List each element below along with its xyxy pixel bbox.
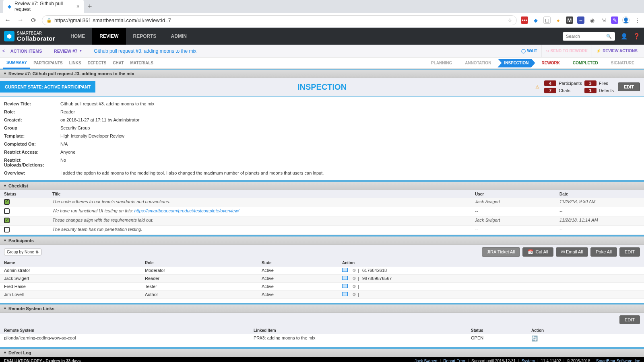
participants-edit-button[interactable]: EDIT xyxy=(619,247,640,257)
nav-home[interactable]: HOME xyxy=(63,28,92,45)
collapse-icon[interactable]: ▼ xyxy=(3,306,7,311)
gear-icon[interactable]: ⚙ xyxy=(352,268,356,273)
review-section-header[interactable]: ▼ Review #7: Github pull request #3. add… xyxy=(0,69,644,78)
tab-defects[interactable]: DEFECTS xyxy=(85,58,110,69)
ext-icon[interactable]: ◆ xyxy=(532,16,539,24)
action-items-link[interactable]: ACTION ITEMS xyxy=(10,49,42,53)
help-icon[interactable]: ❓ xyxy=(633,33,640,39)
col-linked-item: Linked Item xyxy=(254,328,471,333)
ext-icon[interactable]: ▬ xyxy=(577,16,584,24)
forward-button[interactable]: → xyxy=(16,16,25,25)
mail-icon[interactable] xyxy=(342,292,348,296)
ext-icon[interactable]: ◉ xyxy=(588,16,596,24)
detail-value: No xyxy=(60,158,66,167)
group-by-select[interactable]: Group by None ⇅ xyxy=(4,249,41,255)
checkbox-icon[interactable] xyxy=(4,218,10,223)
participants-header[interactable]: ▼ Participants xyxy=(0,236,644,245)
summary-top: CURRENT STATE: ACTIVE PARTICIPANT INSPEC… xyxy=(0,78,644,97)
reload-button[interactable]: ⟳ xyxy=(29,16,38,25)
warning-icon: ⚠ xyxy=(535,84,539,90)
profile-icon[interactable]: 👤 xyxy=(622,16,630,24)
browser-tab[interactable]: ◆ Review #7: Github pull request × xyxy=(3,0,84,14)
ext-icon[interactable]: ● xyxy=(555,16,562,24)
footer-company-link[interactable]: SmartBear Software, Inc xyxy=(596,359,640,362)
checklist-header[interactable]: ▼ Checklist xyxy=(0,181,644,190)
participant-role: Tester xyxy=(145,284,262,289)
back-button[interactable]: ← xyxy=(3,16,12,25)
footer-version: 11.4.11402 xyxy=(541,359,561,362)
email-all-button[interactable]: ✉ Email All xyxy=(556,247,588,257)
review-actions-button[interactable]: ⚡REVIEW ACTIONS xyxy=(592,45,642,58)
defect-log-header[interactable]: ▼ Defect Log xyxy=(0,348,644,357)
back-chevron-icon[interactable]: < xyxy=(2,49,5,53)
jira-ticket-all-button[interactable]: JIRA Ticket All xyxy=(482,247,520,257)
search-icon[interactable]: 🔍 xyxy=(606,34,612,39)
checkbox-icon[interactable] xyxy=(4,199,10,205)
review-number-dropdown[interactable]: REVIEW #7▼ xyxy=(54,49,83,53)
checklist-user: Jack Swigert xyxy=(475,199,559,206)
star-icon[interactable]: ☆ xyxy=(508,17,512,23)
checkbox-icon[interactable] xyxy=(4,208,10,214)
collapse-icon[interactable]: ▼ xyxy=(3,184,7,188)
detail-label: Template: xyxy=(4,134,60,138)
tab-title: Review #7: Github pull request xyxy=(14,1,71,12)
remote-status: OPEN xyxy=(471,335,531,341)
remote-links-header[interactable]: ▼ Remote System Links xyxy=(0,304,644,313)
mail-icon[interactable] xyxy=(342,284,348,288)
send-to-rework-button: ↪SEND TO REWORK xyxy=(541,45,592,58)
logo[interactable]: ⬢ SMARTBEAR Collaborator xyxy=(4,31,55,41)
phase-rework[interactable]: REWORK xyxy=(535,59,567,68)
gear-icon[interactable]: ⚙ xyxy=(352,292,356,297)
tab-summary[interactable]: SUMMARY xyxy=(3,58,30,69)
breadcrumb-title[interactable]: Github pull request #3. adding moons to … xyxy=(94,48,196,54)
footer-report-link[interactable]: Report Error xyxy=(443,359,465,362)
collapse-icon[interactable]: ▼ xyxy=(3,239,7,243)
collapse-icon[interactable]: ▼ xyxy=(3,72,7,76)
ext-icon[interactable]: M xyxy=(566,16,573,24)
nav-reports[interactable]: REPORTS xyxy=(126,28,164,45)
detail-row: Completed On:N/A xyxy=(4,140,640,148)
search-input[interactable] xyxy=(566,34,606,39)
nav-admin[interactable]: ADMIN xyxy=(164,28,194,45)
checklist-link[interactable]: https://smartbear.com/product/testcomple… xyxy=(134,208,239,213)
address-bar[interactable]: 🔒 https://gmail361.smartbeartrial.com/ui… xyxy=(42,15,517,25)
collapse-icon[interactable]: ▼ xyxy=(3,351,7,355)
ext-icon[interactable]: ⇲ xyxy=(600,16,607,24)
phase-annotation[interactable]: ANNOTATION xyxy=(458,59,497,68)
ext-icon[interactable]: ✎ xyxy=(611,16,618,24)
search-box[interactable]: 🔍 xyxy=(563,32,615,41)
ext-icon[interactable]: ••• xyxy=(521,16,528,24)
edit-button[interactable]: EDIT xyxy=(618,82,640,91)
tab-chat[interactable]: CHAT xyxy=(109,58,127,69)
col-status: Status xyxy=(471,328,531,333)
gear-icon[interactable]: ⚙ xyxy=(352,276,356,281)
ical-all-button[interactable]: 📅 iCal All xyxy=(522,247,553,257)
close-tab-icon[interactable]: × xyxy=(76,3,80,10)
poke-all-button[interactable]: Poke All xyxy=(590,247,617,257)
nav-review[interactable]: REVIEW xyxy=(92,28,126,45)
participant-name: Jack Swigert xyxy=(4,276,145,281)
col-name: Name xyxy=(4,261,145,265)
tab-links[interactable]: LINKS xyxy=(66,58,85,69)
gear-icon[interactable]: ⚙ xyxy=(352,284,356,289)
footer-user-link[interactable]: Jack Swigert xyxy=(415,359,438,362)
mail-icon[interactable] xyxy=(342,276,348,280)
new-tab-button[interactable]: + xyxy=(88,2,92,11)
phase-signature[interactable]: SIGNATURE xyxy=(605,59,641,68)
user-icon[interactable]: 👤 xyxy=(621,33,627,39)
stat-chats-label: Chats xyxy=(559,88,582,93)
ext-icon[interactable]: ◻ xyxy=(543,16,551,24)
mail-icon[interactable] xyxy=(342,268,348,272)
checkbox-icon[interactable] xyxy=(4,227,10,232)
participant-state: Active xyxy=(262,268,342,273)
tab-materials[interactable]: MATERIALS xyxy=(127,58,157,69)
phase-planning[interactable]: PLANNING xyxy=(425,59,458,68)
remote-edit-button[interactable]: EDIT xyxy=(619,315,640,324)
phase-completed[interactable]: COMPLETED xyxy=(566,59,605,68)
tab-participants[interactable]: PARTICIPANTS xyxy=(30,58,66,69)
refresh-icon[interactable]: 🔄 xyxy=(531,335,538,341)
menu-icon[interactable]: ⋮ xyxy=(634,16,641,24)
phase-inspection[interactable]: INSPECTION xyxy=(497,59,535,68)
wait-button[interactable]: ◯WAIT xyxy=(517,45,541,58)
footer-system-link[interactable]: System xyxy=(522,359,535,362)
